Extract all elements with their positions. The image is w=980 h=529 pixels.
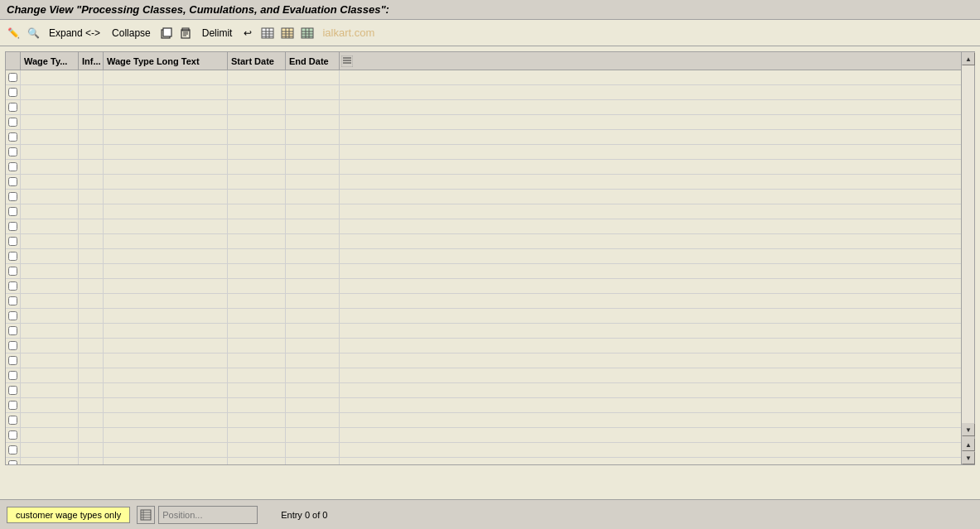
table-row[interactable] <box>6 190 961 204</box>
table-row[interactable] <box>6 100 961 115</box>
table-row[interactable] <box>6 249 961 264</box>
row-checkbox[interactable] <box>8 281 17 291</box>
table-body <box>6 70 961 464</box>
row-checkbox-cell <box>6 249 21 263</box>
row-checkbox[interactable] <box>8 445 17 454</box>
table-row[interactable] <box>6 443 961 458</box>
table-row[interactable] <box>6 383 961 398</box>
row-checkbox[interactable] <box>8 252 17 261</box>
row-checkbox[interactable] <box>8 341 17 350</box>
paste-icon[interactable] <box>178 26 195 41</box>
copy-icon[interactable] <box>158 26 175 41</box>
scroll-track[interactable] <box>962 65 974 423</box>
cell-long-text <box>104 458 228 464</box>
table-row[interactable] <box>6 70 961 85</box>
row-checkbox[interactable] <box>8 207 17 216</box>
row-checkbox[interactable] <box>8 222 17 231</box>
table-row[interactable] <box>6 294 961 309</box>
position-input[interactable] <box>158 506 258 524</box>
table-row[interactable] <box>6 309 961 324</box>
row-checkbox[interactable] <box>8 430 17 440</box>
cell-start-date <box>228 353 286 368</box>
row-checkbox[interactable] <box>8 401 17 410</box>
customer-wage-types-btn[interactable]: customer wage types only <box>7 507 130 523</box>
table-row[interactable] <box>6 413 961 428</box>
row-checkbox[interactable] <box>8 326 17 335</box>
scroll-up-btn2[interactable]: ▲ <box>962 438 975 451</box>
cell-inf <box>79 368 104 382</box>
table-row[interactable] <box>6 353 961 368</box>
cell-end-date <box>286 234 340 248</box>
row-checkbox[interactable] <box>8 177 17 186</box>
table-view-icon3[interactable] <box>299 26 316 41</box>
row-checkbox-cell <box>6 175 21 189</box>
table-row[interactable] <box>6 368 961 383</box>
delimit-btn[interactable]: Delimit <box>198 26 237 41</box>
row-checkbox[interactable] <box>8 192 17 201</box>
table-row[interactable] <box>6 339 961 353</box>
cell-inf <box>79 100 104 114</box>
position-icon[interactable] <box>137 506 155 524</box>
cell-start-date <box>228 458 286 464</box>
row-checkbox[interactable] <box>8 311 17 320</box>
table-row[interactable] <box>6 160 961 175</box>
row-checkbox[interactable] <box>8 103 17 112</box>
table-view-icon2[interactable] <box>279 26 296 41</box>
row-checkbox-cell <box>6 115 21 129</box>
select-all-header[interactable] <box>6 52 21 70</box>
row-checkbox[interactable] <box>8 267 17 276</box>
cell-end-date <box>286 383 340 397</box>
row-checkbox[interactable] <box>8 132 17 142</box>
table-row[interactable] <box>6 324 961 339</box>
col-settings-icon[interactable] <box>340 52 355 70</box>
table-row[interactable] <box>6 175 961 190</box>
row-checkbox[interactable] <box>8 296 17 305</box>
expand-btn[interactable]: Expand <-> <box>45 26 104 41</box>
table-row[interactable] <box>6 428 961 443</box>
cell-wage-type <box>21 264 79 278</box>
cell-start-date <box>228 219 286 233</box>
title-bar: Change View "Processing Classes, Cumulat… <box>0 0 980 20</box>
row-checkbox[interactable] <box>8 147 17 156</box>
row-checkbox[interactable] <box>8 386 17 395</box>
scroll-up-btn[interactable]: ▲ <box>962 52 975 65</box>
scroll-down-btn2[interactable]: ▼ <box>962 451 975 464</box>
table-row[interactable] <box>6 458 961 464</box>
row-checkbox[interactable] <box>8 416 17 425</box>
table-row[interactable] <box>6 204 961 219</box>
cell-inf <box>79 115 104 129</box>
cell-wage-type <box>21 353 79 368</box>
scroll-down-btn[interactable]: ▼ <box>962 423 975 436</box>
row-checkbox[interactable] <box>8 73 17 82</box>
row-checkbox-cell <box>6 190 21 204</box>
cell-wage-type <box>21 145 79 159</box>
table-view-icon1[interactable] <box>259 26 276 41</box>
row-checkbox[interactable] <box>8 88 17 97</box>
row-checkbox[interactable] <box>8 118 17 127</box>
table-row[interactable] <box>6 279 961 294</box>
table-row[interactable] <box>6 398 961 413</box>
undo-icon[interactable]: ↩ <box>239 26 256 41</box>
row-checkbox[interactable] <box>8 162 17 171</box>
table-row[interactable] <box>6 115 961 130</box>
table-row[interactable] <box>6 234 961 249</box>
cell-wage-type <box>21 85 79 99</box>
row-checkbox-cell <box>6 145 21 159</box>
table-row[interactable] <box>6 145 961 160</box>
cell-wage-type <box>21 279 79 293</box>
table-row[interactable] <box>6 264 961 279</box>
table-row[interactable] <box>6 219 961 234</box>
row-checkbox[interactable] <box>8 356 17 365</box>
row-checkbox[interactable] <box>8 460 17 464</box>
row-checkbox[interactable] <box>8 371 17 380</box>
table-row[interactable] <box>6 85 961 100</box>
search-icon[interactable]: 🔍 <box>25 26 41 41</box>
collapse-btn[interactable]: Collapse <box>108 26 155 41</box>
pencil-icon[interactable]: ✏️ <box>5 26 22 41</box>
table-row[interactable] <box>6 130 961 145</box>
cell-long-text <box>104 249 228 263</box>
row-checkbox[interactable] <box>8 237 17 246</box>
position-area <box>137 506 258 524</box>
cell-start-date <box>228 234 286 248</box>
cell-end-date <box>286 398 340 412</box>
